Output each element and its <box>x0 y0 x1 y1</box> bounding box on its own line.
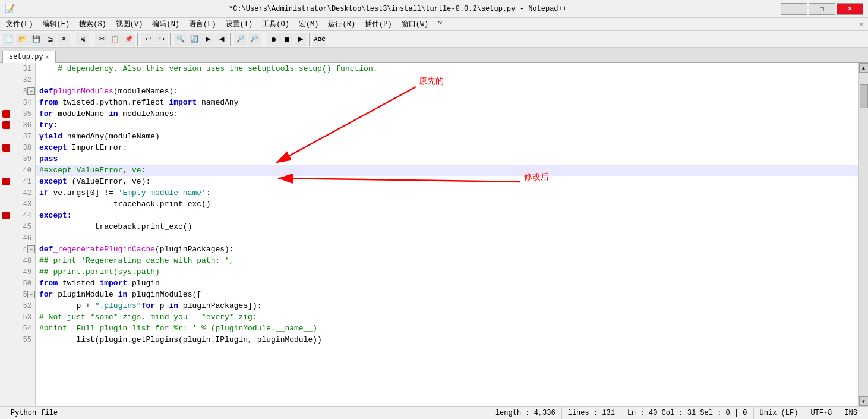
tb-save[interactable]: 💾 <box>30 33 43 46</box>
code-line-46 <box>36 232 858 244</box>
maximize-button[interactable]: □ <box>809 3 835 15</box>
line-number-52: 52 <box>0 300 35 311</box>
line-number-43: 43 <box>0 199 35 210</box>
code-line-54: #print 'Full plugin list for %r: ' % (pl… <box>36 323 858 334</box>
menu-search[interactable]: 搜索(S) <box>75 18 110 30</box>
tab-label: setup.py <box>9 53 43 61</box>
menu-macro[interactable]: 宏(M) <box>295 18 323 30</box>
tb-findprev[interactable]: ◀ <box>215 33 228 46</box>
code-line-51: for pluginModule in pluginModules([ <box>36 289 858 300</box>
menu-view[interactable]: 视图(V) <box>112 18 147 30</box>
scroll-down-arrow[interactable]: ▼ <box>859 396 869 406</box>
line-number-46: 46 <box>0 232 35 244</box>
code-line-34: from twisted.python.reflect import named… <box>36 97 858 108</box>
tb-zoomin[interactable]: 🔎 <box>234 33 247 46</box>
tb-replace[interactable]: 🔄 <box>188 33 201 46</box>
status-bar: Python file length : 4,336 lines : 131 L… <box>0 406 868 419</box>
status-length: length : 4,336 <box>490 407 562 419</box>
line-number-40: 40 <box>0 165 35 176</box>
tb-copy[interactable]: 📋 <box>109 33 122 46</box>
tab-bar: setup.py ✕ <box>0 48 868 63</box>
close-tab-x[interactable]: ✕ <box>859 20 866 28</box>
tb-print[interactable]: 🖨 <box>76 33 89 46</box>
menu-edit[interactable]: 编辑(E) <box>39 18 74 30</box>
menu-encode[interactable]: 编码(N) <box>149 18 183 30</box>
line-num-label: 37 <box>23 133 31 141</box>
tb-undo[interactable]: ↩ <box>141 33 154 46</box>
scroll-up-arrow[interactable]: ▲ <box>859 63 869 73</box>
app-icon: 📝 <box>5 4 15 14</box>
tb-open[interactable]: 📂 <box>16 33 29 46</box>
line-num-label: 50 <box>23 279 31 288</box>
tb-macroplay[interactable]: ▶ <box>294 33 307 46</box>
line-num-label: 39 <box>23 155 31 163</box>
code-line-35: for moduleName in moduleNames: <box>36 108 858 119</box>
menu-tools[interactable]: 工具(O) <box>258 18 293 30</box>
menu-file[interactable]: 文件(F) <box>2 18 37 30</box>
line-number-47: 47− <box>0 244 35 255</box>
tb-abc[interactable]: ABC <box>313 33 326 46</box>
menu-help[interactable]: ? <box>434 19 446 30</box>
line-number-31: 31 <box>0 63 35 74</box>
code-line-33: def pluginModules(moduleNames): <box>36 86 858 97</box>
line-num-label: 36 <box>23 121 31 130</box>
code-line-36: try: <box>36 119 858 131</box>
line-num-label: 46 <box>23 234 31 242</box>
line-num-label: 54 <box>23 325 31 333</box>
code-line-53: # Not just *some* zigs, mind you - *ever… <box>36 311 858 323</box>
line-number-54: 54 <box>0 323 35 334</box>
line-number-33: 33− <box>0 86 35 97</box>
code-area[interactable]: # dependency. Also this version uses the… <box>36 63 858 406</box>
code-line-47: def _regeneratePluginCache(pluginPackage… <box>36 244 858 255</box>
tb-findnext[interactable]: ▶ <box>201 33 214 46</box>
window-title: *C:\Users\Administrator\Desktop\test3\in… <box>15 5 781 13</box>
menu-window[interactable]: 窗口(W) <box>398 18 433 30</box>
tb-redo[interactable]: ↪ <box>155 33 168 46</box>
toolbar: 📄 📂 💾 🗂 ✕ 🖨 ✂ 📋 📌 ↩ ↪ 🔍 🔄 ▶ ◀ 🔎 🔎 ⏺ ⏹ ▶ … <box>0 31 868 48</box>
line-number-35: 35 <box>0 108 35 119</box>
tab-close-icon[interactable]: ✕ <box>46 53 49 61</box>
tb-macrostop[interactable]: ⏹ <box>280 33 293 46</box>
tb-find[interactable]: 🔍 <box>174 33 187 46</box>
code-line-32 <box>36 74 858 86</box>
scroll-track[interactable] <box>859 73 869 396</box>
vertical-scrollbar[interactable]: ▲ ▼ <box>858 63 868 406</box>
tb-saveall[interactable]: 🗂 <box>43 33 56 46</box>
menu-bar: 文件(F) 编辑(E) 搜索(S) 视图(V) 编码(N) 语言(L) 设置(T… <box>0 18 868 31</box>
tb-cut[interactable]: ✂ <box>95 33 108 46</box>
line-num-label: 43 <box>23 200 31 209</box>
tb-zoomout[interactable]: 🔎 <box>248 33 261 46</box>
tb-macro[interactable]: ⏺ <box>267 33 280 46</box>
code-line-55: list(plugin.getPlugins(plugin.IPlugin, p… <box>36 334 858 345</box>
fold-marker-47[interactable]: − <box>27 245 35 253</box>
fold-marker-51[interactable]: − <box>27 291 35 298</box>
line-num-label: 52 <box>23 302 31 310</box>
minimize-button[interactable]: — <box>781 3 807 15</box>
code-line-39: pass <box>36 153 858 165</box>
line-number-55: 55 <box>0 334 35 345</box>
code-line-42: if ve.args[0] != 'Empty module name': <box>36 187 858 199</box>
tb-sep4 <box>170 33 172 46</box>
line-number-34: 34 <box>0 97 35 108</box>
code-line-44: except: <box>36 210 858 221</box>
line-number-39: 39 <box>0 153 35 165</box>
close-button[interactable]: ✕ <box>837 3 863 15</box>
menu-run[interactable]: 运行(R) <box>324 18 359 30</box>
menu-settings[interactable]: 设置(T) <box>222 18 257 30</box>
tb-close[interactable]: ✕ <box>57 33 70 46</box>
line-num-label: 40 <box>23 166 31 175</box>
menu-language[interactable]: 语言(L) <box>185 18 220 30</box>
tab-setup-py[interactable]: setup.py ✕ <box>2 51 56 63</box>
status-file-type: Python file <box>5 407 64 419</box>
code-line-52: p + ".plugins" for p in pluginPackages])… <box>36 300 858 311</box>
menu-plugins[interactable]: 插件(P) <box>361 18 396 30</box>
scroll-thumb[interactable] <box>860 84 868 108</box>
code-line-40: #except ValueError, ve: <box>36 165 858 176</box>
fold-marker-33[interactable]: − <box>27 87 35 95</box>
line-number-49: 49 <box>0 266 35 278</box>
line-num-label: 32 <box>23 76 31 84</box>
tb-new[interactable]: 📄 <box>2 33 15 46</box>
line-num-label: 35 <box>23 110 31 118</box>
tb-paste[interactable]: 📌 <box>122 33 135 46</box>
line-number-48: 48 <box>0 255 35 266</box>
